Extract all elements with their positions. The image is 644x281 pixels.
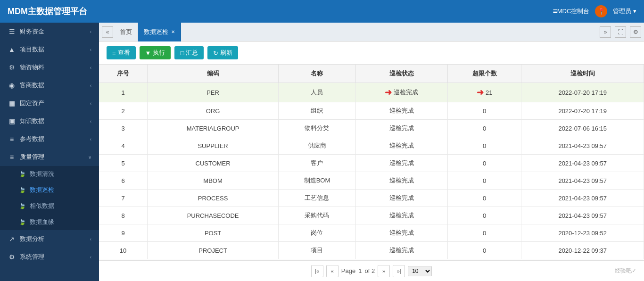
- user-label[interactable]: 管理员 ▾: [613, 7, 636, 16]
- sidebar-item-customer[interactable]: ◉ 客商数据 ‹: [0, 76, 99, 94]
- cell-seq: 3: [99, 120, 148, 137]
- page-prev-btn[interactable]: «: [326, 265, 339, 277]
- col-seq: 序号: [99, 65, 148, 83]
- content-area: « 首页 数据巡检 ✕ » ⛶ ⚙ ≡ 查看 ▼ 执行: [99, 23, 644, 281]
- toolbar: ≡ 查看 ▼ 执行 □ 汇总 ↻ 刷新: [99, 41, 644, 65]
- col-code: 编码: [148, 65, 279, 83]
- cell-over-count: 0: [447, 242, 521, 259]
- sidebar-item-project[interactable]: ▲ 项目数据 ‹: [0, 41, 99, 58]
- tab-data-patrol[interactable]: 数据巡检 ✕: [138, 23, 181, 41]
- table-row[interactable]: 2ORG组织巡检完成02022-07-20 17:19: [99, 102, 644, 120]
- mdc-link[interactable]: MDC控制台: [557, 7, 590, 16]
- cell-over-count: 0: [447, 224, 521, 242]
- sidebar-item-data-patrol[interactable]: 🍃 数据巡检: [0, 182, 99, 198]
- cell-code: PROCESS: [148, 190, 279, 207]
- tab-next-btn[interactable]: »: [600, 26, 611, 38]
- cell-seq: 7: [99, 190, 148, 207]
- page-label: Page: [341, 267, 355, 274]
- cell-code: PURCHASECODE: [148, 207, 279, 224]
- table-row[interactable]: 5CUSTOMER客户巡检完成02021-04-23 09:57: [99, 155, 644, 172]
- sidebar-item-similar-data[interactable]: 🍃 相似数据: [0, 198, 99, 214]
- sidebar-item-data-clean[interactable]: 🍃 数据清洗: [0, 166, 99, 182]
- table-row[interactable]: 8PURCHASECODE采购代码巡检完成02021-04-23 09:57: [99, 207, 644, 224]
- cell-code: CUSTOMER: [148, 155, 279, 172]
- cell-name: 物料分类: [279, 120, 356, 137]
- quality-icon: ≡: [8, 153, 16, 161]
- table-row[interactable]: 9POST岗位巡检完成02020-12-23 09:52: [99, 224, 644, 242]
- tab-expand-btn[interactable]: ⛶: [615, 26, 626, 38]
- cell-time: 2021-04-23 09:57: [521, 137, 644, 155]
- data-table: 序号 编码 名称 巡检状态 超限个数 巡检时间 1PER人员➜巡检完成➜2120…: [99, 65, 644, 259]
- sidebar-item-data-lineage[interactable]: 🍃 数据血缘: [0, 214, 99, 230]
- cell-status: 巡检完成: [355, 102, 447, 120]
- tab-right-area: » ⛶ ⚙: [599, 26, 642, 38]
- col-name: 名称: [279, 65, 356, 83]
- sidebar: ☰ 财务资金 ‹ ▲ 项目数据 ‹ ⚙ 物资物料 ‹ ◉ 客商数据 ‹ ▦ 固定…: [0, 23, 99, 281]
- refresh-label: 刷新: [220, 49, 232, 57]
- cell-code: ORG: [148, 102, 279, 120]
- system-arrow: ‹: [90, 255, 91, 260]
- asset-icon: ▦: [8, 99, 16, 107]
- table-row[interactable]: 6MBOM制造BOM巡检完成02021-04-23 09:57: [99, 172, 644, 190]
- tab-prev-btn[interactable]: «: [102, 26, 113, 38]
- location-icon[interactable]: 📍: [595, 5, 607, 17]
- sidebar-label-asset: 固定资产: [20, 99, 90, 107]
- sidebar-label-data-clean: 数据清洗: [30, 170, 54, 178]
- top-header: MDM主数据管理平台 ≡ MDC控制台 📍 管理员 ▾: [0, 0, 644, 23]
- reference-arrow: ‹: [90, 137, 91, 142]
- cell-over-count: 0: [447, 120, 521, 137]
- refresh-icon: ↻: [213, 50, 218, 57]
- col-over-count: 超限个数: [447, 65, 521, 83]
- cell-seq: 6: [99, 172, 148, 190]
- execute-icon: ▼: [145, 50, 151, 57]
- execute-button[interactable]: ▼ 执行: [140, 46, 171, 59]
- sidebar-item-reference[interactable]: ≡ 参考数据 ‹: [0, 130, 99, 148]
- page-size-select[interactable]: 10 20 50 100: [408, 266, 432, 276]
- cell-name: 岗位: [279, 224, 356, 242]
- sidebar-label-project: 项目数据: [20, 45, 90, 54]
- tab-settings-btn[interactable]: ⚙: [630, 26, 641, 38]
- table-row[interactable]: 7PROCESS工艺信息巡检完成02021-04-23 09:57: [99, 190, 644, 207]
- summary-button[interactable]: □ 汇总: [174, 46, 204, 59]
- view-button[interactable]: ≡ 查看: [107, 46, 136, 59]
- sidebar-label-knowledge: 知识数据: [20, 117, 90, 125]
- hamburger-icon[interactable]: ≡: [553, 7, 557, 16]
- quality-arrow: ∨: [88, 155, 91, 160]
- cell-seq: 8: [99, 207, 148, 224]
- table-row[interactable]: 3MATERIALGROUP物料分类巡检完成02022-07-06 16:15: [99, 120, 644, 137]
- cell-over-count: 0: [447, 172, 521, 190]
- sidebar-label-similar-data: 相似数据: [30, 202, 54, 210]
- cell-seq: 10: [99, 242, 148, 259]
- table-row[interactable]: 10PROJECT项目巡检完成02020-12-22 09:37: [99, 242, 644, 259]
- sidebar-item-material[interactable]: ⚙ 物资物料 ‹: [0, 58, 99, 76]
- cell-time: 2022-07-06 16:15: [521, 120, 644, 137]
- cell-seq: 2: [99, 102, 148, 120]
- cell-code: MBOM: [148, 172, 279, 190]
- sidebar-item-asset[interactable]: ▦ 固定资产 ‹: [0, 94, 99, 112]
- sidebar-item-system[interactable]: ⚙ 系统管理 ‹: [0, 248, 99, 266]
- table-row[interactable]: 4SUPPLIER供应商巡检完成02021-04-23 09:57: [99, 137, 644, 155]
- tab-home-label: 首页: [120, 28, 132, 36]
- tab-close-icon[interactable]: ✕: [171, 29, 175, 34]
- sidebar-item-analysis[interactable]: ↗ 数据分析 ‹: [0, 230, 99, 248]
- cell-status: 巡检完成: [355, 242, 447, 259]
- tab-home[interactable]: 首页: [114, 23, 138, 41]
- sidebar-label-system: 系统管理: [20, 253, 90, 261]
- sidebar-item-finance[interactable]: ☰ 财务资金 ‹: [0, 23, 99, 41]
- table-row[interactable]: 1PER人员➜巡检完成➜212022-07-20 17:19: [99, 83, 644, 102]
- refresh-button[interactable]: ↻ 刷新: [207, 46, 238, 59]
- cell-name: 人员: [279, 83, 356, 102]
- page-first-btn[interactable]: |«: [311, 265, 323, 277]
- sidebar-item-quality[interactable]: ≡ 质量管理 ∨: [0, 148, 99, 166]
- cell-name: 组织: [279, 102, 356, 120]
- sidebar-item-knowledge[interactable]: ▣ 知识数据 ‹: [0, 112, 99, 130]
- cell-seq: 9: [99, 224, 148, 242]
- finance-icon: ☰: [8, 28, 16, 35]
- page-last-btn[interactable]: »|: [393, 265, 405, 277]
- leaf-icon-similar: 🍃: [19, 203, 26, 209]
- cell-name: 制造BOM: [279, 172, 356, 190]
- page-next-btn[interactable]: »: [378, 265, 390, 277]
- cell-status: ➜巡检完成: [355, 83, 447, 102]
- cell-time: 2020-12-23 09:52: [521, 224, 644, 242]
- cell-code: SUPPLIER: [148, 137, 279, 155]
